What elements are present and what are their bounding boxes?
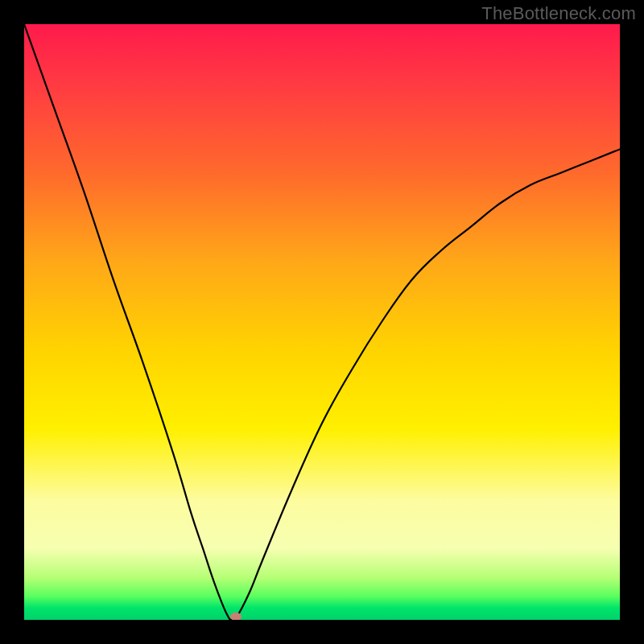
- optimum-marker-icon: [230, 613, 242, 620]
- chart-frame: TheBottleneck.com: [0, 0, 644, 644]
- plot-area: [24, 24, 620, 620]
- watermark-text: TheBottleneck.com: [481, 3, 636, 24]
- bottleneck-curve: [24, 24, 620, 620]
